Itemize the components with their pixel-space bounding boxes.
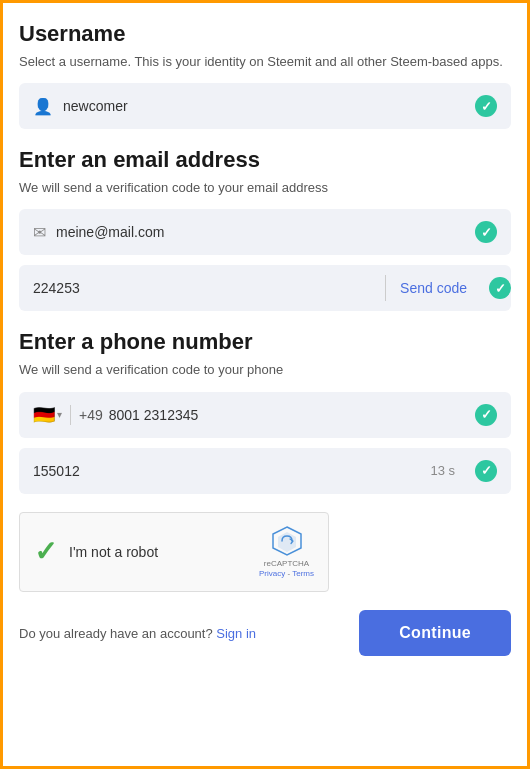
bottom-row: Do you already have an account? Sign in … — [19, 610, 511, 656]
country-flag-selector[interactable]: 🇩🇪 ▾ — [33, 404, 62, 426]
username-input-row: 👤 — [19, 83, 511, 129]
recaptcha-brand-icon — [271, 525, 303, 557]
recaptcha-checkmark-icon: ✓ — [34, 535, 57, 568]
phone-divider — [70, 405, 71, 425]
country-code: +49 — [79, 407, 103, 423]
recaptcha-logo: reCAPTCHA Privacy - Terms — [259, 525, 314, 580]
email-input[interactable] — [56, 224, 467, 240]
username-input[interactable] — [63, 98, 467, 114]
phone-code-row: 13 s — [19, 448, 511, 494]
recaptcha-box[interactable]: ✓ I'm not a robot reCAPTCHA Privacy - Te… — [19, 512, 329, 593]
signin-link[interactable]: Sign in — [216, 626, 256, 641]
email-title: Enter an email address — [19, 147, 511, 173]
user-icon: 👤 — [33, 97, 53, 116]
email-description: We will send a verification code to your… — [19, 179, 511, 197]
email-section: Enter an email address We will send a ve… — [19, 147, 511, 311]
email-code-input[interactable] — [19, 270, 385, 306]
recaptcha-brand-text: reCAPTCHA Privacy - Terms — [259, 559, 314, 580]
phone-title: Enter a phone number — [19, 329, 511, 355]
phone-code-input[interactable] — [19, 453, 418, 489]
username-verified-icon — [475, 95, 497, 117]
continue-button[interactable]: Continue — [359, 610, 511, 656]
send-code-button[interactable]: Send code — [386, 270, 481, 306]
phone-section: Enter a phone number We will send a veri… — [19, 329, 511, 493]
phone-input[interactable] — [109, 407, 467, 423]
phone-verified-icon — [475, 404, 497, 426]
email-verified-icon — [475, 221, 497, 243]
email-code-verified-icon — [489, 277, 511, 299]
email-code-row: Send code — [19, 265, 511, 311]
phone-code-verified-icon — [475, 460, 497, 482]
username-title: Username — [19, 21, 511, 47]
signin-text: Do you already have an account? Sign in — [19, 626, 256, 641]
phone-timer: 13 s — [418, 453, 467, 488]
recaptcha-label: I'm not a robot — [69, 544, 259, 560]
recaptcha-terms-link[interactable]: Terms — [292, 569, 314, 578]
recaptcha-privacy-link[interactable]: Privacy — [259, 569, 285, 578]
flag-caret-icon: ▾ — [57, 409, 62, 420]
email-icon: ✉ — [33, 223, 46, 242]
email-input-row: ✉ — [19, 209, 511, 255]
username-description: Select a username. This is your identity… — [19, 53, 511, 71]
phone-description: We will send a verification code to your… — [19, 361, 511, 379]
phone-input-row: 🇩🇪 ▾ +49 — [19, 392, 511, 438]
flag-icon: 🇩🇪 — [33, 404, 55, 426]
username-section: Username Select a username. This is your… — [19, 21, 511, 129]
